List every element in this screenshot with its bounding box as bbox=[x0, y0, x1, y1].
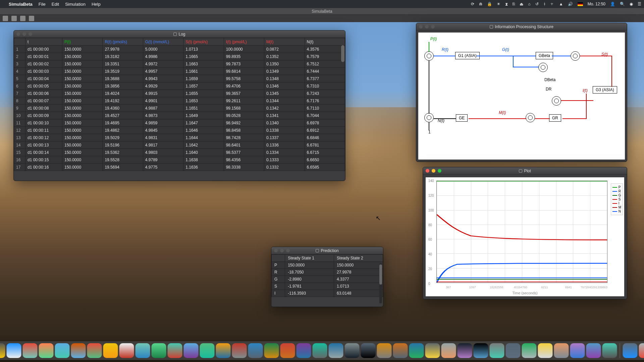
ips-traffic-lights[interactable] bbox=[419, 25, 435, 28]
table-row[interactable]: 12d1 00:00:11150.000019.48624.98451.1646… bbox=[14, 127, 345, 134]
plot-titlebar[interactable]: Plot bbox=[423, 167, 627, 175]
toolbar-chart-icon[interactable] bbox=[29, 16, 34, 21]
log-header-cell[interactable]: t bbox=[25, 38, 62, 46]
siri-icon[interactable]: ◉ bbox=[630, 2, 633, 6]
dock-android-icon[interactable] bbox=[522, 343, 537, 358]
dock-acrobat-icon[interactable] bbox=[232, 343, 247, 358]
table-row[interactable]: P150.0000150.0000 bbox=[272, 262, 383, 269]
dock-app3-icon[interactable] bbox=[586, 343, 601, 358]
dock-calendar-icon[interactable] bbox=[87, 343, 102, 358]
dock-firefox-icon[interactable] bbox=[39, 343, 54, 358]
table-row[interactable]: 11d1 00:00:10150.000019.46954.98591.1647… bbox=[14, 119, 345, 127]
dock-settings-icon[interactable] bbox=[425, 343, 440, 358]
dock-xcode-icon[interactable] bbox=[538, 343, 553, 358]
log-header-cell[interactable]: P(t) bbox=[62, 38, 103, 46]
table-row[interactable]: 6d1 00:00:05150.000019.38564.99291.16579… bbox=[14, 82, 345, 90]
dock-sysprefs-icon[interactable] bbox=[345, 343, 360, 358]
menu-simulation[interactable]: Simulation bbox=[65, 2, 86, 7]
volume-icon[interactable]: 🔊 bbox=[568, 2, 573, 6]
dock-app4-icon[interactable] bbox=[602, 343, 617, 358]
table-row[interactable]: 13d1 00:00:12150.000019.50294.98311.1644… bbox=[14, 134, 345, 141]
dock-files-icon[interactable] bbox=[623, 343, 638, 358]
dock-ichat-icon[interactable] bbox=[200, 343, 215, 358]
log-table-container[interactable]: tP(t)R(t) (pmol/s)G(t) (mmol/L)S(t) (pmo… bbox=[14, 38, 345, 181]
eject-icon[interactable]: ⏏ bbox=[520, 2, 523, 6]
prediction-header-cell[interactable]: Steady State 2 bbox=[334, 255, 383, 262]
log-header-cell[interactable]: N(t) bbox=[305, 38, 345, 46]
ips-titlebar[interactable]: Information Processing Structure bbox=[416, 23, 627, 31]
sync-icon[interactable]: ⟳ bbox=[471, 2, 474, 6]
dock-maps-icon[interactable] bbox=[136, 343, 150, 358]
log-header-cell[interactable] bbox=[14, 38, 25, 46]
log-traffic-lights[interactable] bbox=[16, 32, 32, 36]
input-flag-icon[interactable] bbox=[578, 2, 583, 6]
log-header-cell[interactable]: M(t) bbox=[264, 38, 305, 46]
plot-traffic-lights[interactable] bbox=[426, 169, 441, 173]
prediction-traffic-lights[interactable] bbox=[274, 249, 290, 252]
dock-excel-icon[interactable] bbox=[264, 343, 279, 358]
spotlight-icon[interactable]: 🔍 bbox=[620, 2, 625, 6]
home-icon[interactable]: ⌂ bbox=[528, 2, 530, 6]
dock-reminders-icon[interactable] bbox=[119, 343, 134, 358]
dock-notes-icon[interactable] bbox=[103, 343, 118, 358]
wifi-icon[interactable]: ᯤ bbox=[550, 2, 554, 6]
dock-contacts-icon[interactable] bbox=[71, 343, 86, 358]
toolbar-save-icon[interactable] bbox=[20, 16, 25, 21]
log-scrollbar-thumb[interactable] bbox=[341, 45, 344, 62]
dock-activity-icon[interactable] bbox=[458, 343, 472, 358]
log-header-cell[interactable]: G(t) (mmol/L) bbox=[143, 38, 183, 46]
prediction-header-cell[interactable]: Steady State 1 bbox=[285, 255, 334, 262]
toolbar-new-icon[interactable] bbox=[3, 16, 8, 21]
dock-keychain-icon[interactable] bbox=[441, 343, 456, 358]
app-menu[interactable]: SimulaBeta bbox=[9, 2, 33, 7]
dock-itunes-icon[interactable] bbox=[377, 343, 392, 358]
dock-textedit-icon[interactable] bbox=[639, 343, 644, 358]
bluetooth-icon[interactable]: ᚼ bbox=[543, 2, 546, 6]
dock-numbers-icon[interactable] bbox=[313, 343, 327, 358]
prediction-scrollbar[interactable] bbox=[379, 263, 382, 303]
prediction-titlebar[interactable]: Prediction bbox=[271, 247, 383, 254]
timer-icon[interactable]: ⧗ bbox=[505, 2, 508, 6]
dock-preview-icon[interactable] bbox=[55, 343, 70, 358]
brightness-icon[interactable]: ☀ bbox=[497, 2, 500, 6]
clipboard-icon[interactable]: ⎘ bbox=[513, 2, 515, 6]
user-icon[interactable]: 👤 bbox=[610, 2, 615, 6]
table-row[interactable]: 17d1 00:00:16150.000019.56944.97751.1636… bbox=[14, 164, 345, 171]
lock-icon[interactable]: 🔒 bbox=[487, 2, 492, 6]
dock-opera-icon[interactable] bbox=[23, 343, 38, 358]
dock-scanner-icon[interactable] bbox=[490, 343, 504, 358]
table-row[interactable]: 2d1 00:00:01150.000019.31824.99861.16659… bbox=[14, 53, 345, 60]
dock-appstore-icon[interactable] bbox=[409, 343, 424, 358]
log-titlebar[interactable]: Log bbox=[14, 31, 345, 38]
magnet-icon[interactable]: ⋒ bbox=[479, 2, 482, 6]
table-row[interactable]: 10d1 00:00:09150.000019.45274.98731.1649… bbox=[14, 112, 345, 119]
menu-help[interactable]: Help bbox=[92, 2, 101, 7]
dock-messages-icon[interactable] bbox=[168, 343, 182, 358]
table-row[interactable]: 4d1 00:00:03150.000019.35194.99571.16619… bbox=[14, 68, 345, 75]
log-header-cell[interactable]: I(t) (pmol/L) bbox=[224, 38, 264, 46]
table-row[interactable]: 3d1 00:00:02150.000019.33514.99721.16639… bbox=[14, 60, 345, 68]
menu-edit[interactable]: Edit bbox=[52, 2, 59, 7]
log-header-cell[interactable]: R(t) (pmol/s) bbox=[103, 38, 143, 46]
dock-facetime-icon[interactable] bbox=[184, 343, 199, 358]
dock-word-icon[interactable] bbox=[248, 343, 263, 358]
log-header-cell[interactable]: S(t) (pmol/s) bbox=[183, 38, 224, 46]
table-row[interactable]: 15d1 00:00:14150.000019.53624.98031.1640… bbox=[14, 149, 345, 156]
dock-printer-icon[interactable] bbox=[506, 343, 521, 358]
table-row[interactable]: 14d1 00:00:13150.000019.51964.98171.1642… bbox=[14, 141, 345, 149]
table-row[interactable]: 16d1 00:00:15150.000019.55284.97891.1638… bbox=[14, 156, 345, 164]
dock-onenote-icon[interactable] bbox=[297, 343, 311, 358]
dock-pages-icon[interactable] bbox=[216, 343, 231, 358]
table-row[interactable]: R-18.705027.9978 bbox=[272, 269, 383, 276]
table-row[interactable]: G-2.89804.3377 bbox=[272, 276, 383, 283]
airplay-icon[interactable]: ▲ bbox=[559, 2, 563, 6]
dock-powerpoint-icon[interactable] bbox=[280, 343, 295, 358]
dock-photos-icon[interactable] bbox=[152, 343, 166, 358]
dock-app2-icon[interactable] bbox=[570, 343, 585, 358]
menubar-clock[interactable]: Mo. 12:50 bbox=[588, 2, 605, 6]
dock-app1-icon[interactable] bbox=[554, 343, 569, 358]
prediction-content[interactable]: Steady State 1Steady State 2 P150.000015… bbox=[271, 254, 383, 307]
menu-file[interactable]: File bbox=[39, 2, 46, 7]
table-row[interactable]: S-1.97811.0713 bbox=[272, 283, 383, 290]
toolbar-open-icon[interactable] bbox=[11, 16, 17, 21]
